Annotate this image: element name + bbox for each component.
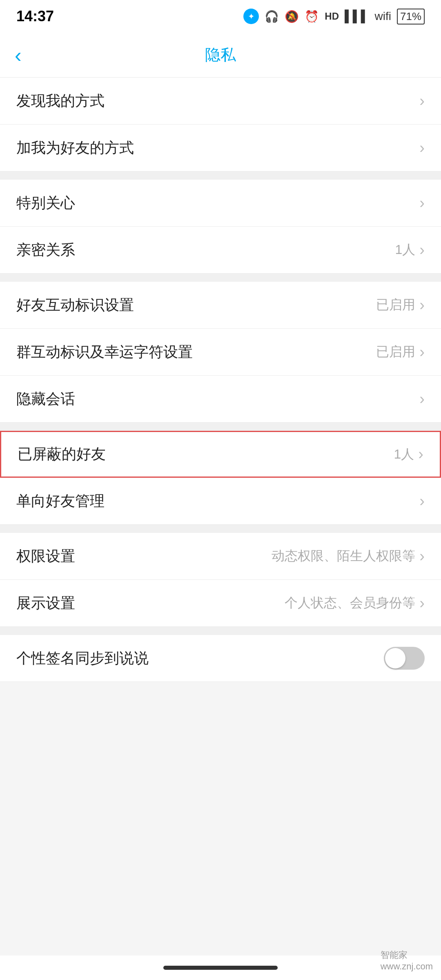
chevron-icon-discover-ways: › — [419, 92, 425, 110]
menu-item-group-interaction-badge[interactable]: 群互动标识及幸运字符设置已启用› — [0, 329, 441, 376]
app-icon: ✦ — [243, 9, 259, 24]
menu-item-label-add-friend-ways: 加我为好友的方式 — [16, 138, 134, 158]
battery-indicator: 71% — [397, 9, 425, 24]
menu-item-add-friend-ways[interactable]: 加我为好友的方式› — [0, 125, 441, 172]
back-chevron-icon: ‹ — [15, 43, 22, 67]
menu-item-right-signature-sync — [384, 647, 425, 670]
menu-item-hide-chat[interactable]: 隐藏会话› — [0, 376, 441, 423]
chevron-icon-hide-chat: › — [419, 390, 425, 408]
headphone-icon: 🎧 — [265, 10, 279, 23]
menu-item-label-special-care: 特别关心 — [16, 193, 75, 213]
menu-item-label-friend-interaction-badge: 好友互动标识设置 — [16, 295, 134, 315]
menu-item-blocked-friends[interactable]: 已屏蔽的好友1人› — [0, 431, 441, 478]
hd-icon: HD — [325, 11, 339, 22]
menu-item-friend-interaction-badge[interactable]: 好友互动标识设置已启用› — [0, 282, 441, 329]
menu-item-value-group-interaction-badge: 已启用 — [376, 343, 415, 361]
chevron-icon-special-care: › — [419, 194, 425, 212]
chevron-icon-add-friend-ways: › — [419, 139, 425, 157]
bell-icon: 🔕 — [285, 10, 299, 23]
chevron-icon-group-interaction-badge: › — [419, 343, 425, 361]
menu-item-label-blocked-friends: 已屏蔽的好友 — [18, 444, 106, 464]
menu-item-right-add-friend-ways: › — [419, 139, 425, 157]
signal-icon: ▌▌▌ — [345, 10, 369, 23]
home-indicator — [0, 956, 441, 980]
menu-item-label-one-way-friend: 单向好友管理 — [16, 491, 105, 511]
menu-item-label-display-settings: 展示设置 — [16, 593, 75, 613]
menu-item-label-hide-chat: 隐藏会话 — [16, 389, 75, 409]
back-button[interactable]: ‹ — [15, 43, 22, 67]
menu-item-label-intimate-relations: 亲密关系 — [16, 240, 75, 260]
menu-item-right-discover-ways: › — [419, 92, 425, 110]
menu-item-discover-ways[interactable]: 发现我的方式› — [0, 78, 441, 125]
menu-list: 发现我的方式›加我为好友的方式›特别关心›亲密关系1人›好友互动标识设置已启用›… — [0, 78, 441, 682]
home-bar — [163, 966, 278, 970]
nav-bar: ‹ 隐私 — [0, 33, 441, 78]
section-gap — [0, 274, 441, 282]
menu-item-right-friend-interaction-badge: 已启用› — [376, 296, 425, 314]
menu-item-permission-settings[interactable]: 权限设置动态权限、陌生人权限等› — [0, 533, 441, 580]
menu-item-display-settings[interactable]: 展示设置个人状态、会员身份等› — [0, 580, 441, 627]
chevron-icon-blocked-friends: › — [418, 445, 423, 463]
section-gap — [0, 423, 441, 431]
menu-item-right-group-interaction-badge: 已启用› — [376, 343, 425, 361]
menu-item-right-special-care: › — [419, 194, 425, 212]
watermark: 智能家www.znj.com — [381, 949, 433, 972]
menu-item-label-group-interaction-badge: 群互动标识及幸运字符设置 — [16, 342, 193, 362]
menu-item-right-blocked-friends: 1人› — [394, 445, 423, 463]
section-gap — [0, 627, 441, 635]
menu-item-one-way-friend[interactable]: 单向好友管理› — [0, 478, 441, 525]
chevron-icon-one-way-friend: › — [419, 492, 425, 510]
menu-item-value-blocked-friends: 1人 — [394, 445, 414, 463]
menu-item-value-display-settings: 个人状态、会员身份等 — [285, 594, 415, 612]
menu-item-label-permission-settings: 权限设置 — [16, 546, 75, 566]
menu-item-value-permission-settings: 动态权限、陌生人权限等 — [272, 547, 415, 565]
menu-item-right-permission-settings: 动态权限、陌生人权限等› — [272, 547, 425, 565]
menu-item-right-display-settings: 个人状态、会员身份等› — [285, 594, 425, 612]
wifi-icon: wifi — [375, 10, 391, 23]
status-icons: ✦ 🎧 🔕 ⏰ HD ▌▌▌ wifi 71% — [243, 9, 425, 24]
status-time: 14:37 — [16, 8, 54, 25]
menu-item-signature-sync[interactable]: 个性签名同步到说说 — [0, 635, 441, 682]
menu-item-right-hide-chat: › — [419, 390, 425, 408]
menu-item-right-intimate-relations: 1人› — [395, 241, 425, 259]
alarm-icon: ⏰ — [305, 10, 319, 23]
chevron-icon-permission-settings: › — [419, 548, 425, 565]
page-title: 隐私 — [205, 45, 236, 65]
toggle-signature-sync[interactable] — [384, 647, 425, 670]
menu-item-label-signature-sync: 个性签名同步到说说 — [16, 648, 149, 668]
toggle-knob-signature-sync — [385, 648, 405, 668]
section-gap — [0, 172, 441, 180]
chevron-icon-display-settings: › — [419, 595, 425, 612]
menu-item-label-discover-ways: 发现我的方式 — [16, 91, 105, 111]
menu-item-special-care[interactable]: 特别关心› — [0, 180, 441, 227]
menu-item-right-one-way-friend: › — [419, 492, 425, 510]
chevron-icon-friend-interaction-badge: › — [419, 296, 425, 314]
status-bar: 14:37 ✦ 🎧 🔕 ⏰ HD ▌▌▌ wifi 71% — [0, 0, 441, 33]
menu-item-intimate-relations[interactable]: 亲密关系1人› — [0, 227, 441, 274]
menu-item-value-intimate-relations: 1人 — [395, 241, 416, 259]
menu-item-value-friend-interaction-badge: 已启用 — [376, 296, 415, 314]
section-gap — [0, 525, 441, 533]
chevron-icon-intimate-relations: › — [419, 241, 425, 259]
